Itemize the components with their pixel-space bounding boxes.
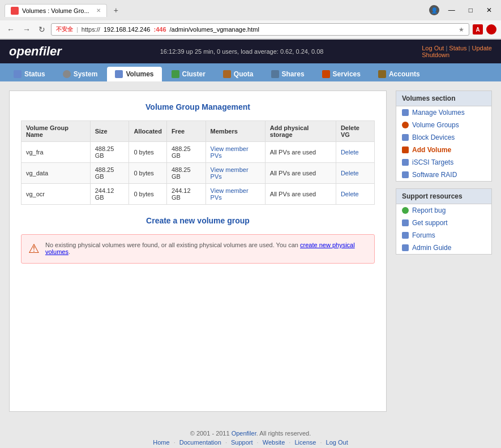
shutdown-link[interactable]: Shutdown: [422, 51, 449, 58]
col-header-delete: Delete VG: [336, 121, 374, 142]
sidebar-item-report-bug[interactable]: Report bug: [396, 204, 491, 217]
sidebar-item-get-support[interactable]: Get support: [396, 217, 491, 229]
vg-members-1[interactable]: View member PVs: [205, 163, 265, 184]
sidebar-item-block-devices[interactable]: Block Devices: [396, 131, 491, 144]
forward-button[interactable]: →: [20, 24, 33, 35]
sidebar-item-forums[interactable]: Forums: [396, 229, 491, 242]
footer-website-link[interactable]: Website: [263, 439, 285, 446]
extension-icon-red[interactable]: [486, 24, 496, 35]
tab-quota[interactable]: Quota: [215, 67, 262, 81]
footer-docs-link[interactable]: Documentation: [179, 439, 221, 446]
col-header-size: Size: [90, 121, 129, 142]
footer-links: Home · Documentation · Support · Website…: [9, 439, 492, 446]
extension-icon-a[interactable]: A: [473, 24, 483, 35]
col-header-free: Free: [166, 121, 205, 142]
footer-copyright: © 2001 - 2011 Openfiler. All rights rese…: [9, 430, 492, 437]
warning-message: No existing physical volumes were found,…: [45, 242, 367, 255]
view-members-link-0[interactable]: View member PVs: [211, 145, 249, 159]
sidebar-item-volume-groups[interactable]: Volume Groups: [396, 119, 491, 131]
tab-favicon: [11, 7, 19, 15]
view-members-link-1[interactable]: View member PVs: [211, 166, 249, 180]
footer-logout-link[interactable]: Log Out: [326, 439, 348, 446]
sidebar-volumes-title: Volumes section: [396, 91, 491, 106]
tab-cluster[interactable]: Cluster: [164, 67, 213, 81]
content-panel: Volume Group Management Volume Group Nam…: [9, 91, 387, 412]
vg-allocated-1: 0 bytes: [129, 163, 167, 184]
tab-accounts[interactable]: Accounts: [370, 67, 428, 81]
view-members-link-2[interactable]: View member PVs: [211, 187, 249, 201]
vg-name-0: vg_fra: [22, 142, 91, 163]
table-row: vg_ocr 244.12 GB 0 bytes 244.12 GB View …: [22, 184, 375, 205]
new-tab-button[interactable]: +: [109, 3, 123, 17]
delete-link-0[interactable]: Delete: [341, 149, 359, 156]
sidebar-admin-guide-label: Admin Guide: [412, 244, 451, 252]
app: openfiler 16:12:39 up 25 min, 0 users, l…: [0, 40, 501, 448]
footer-license-link[interactable]: License: [294, 439, 316, 446]
minimize-button[interactable]: —: [444, 5, 460, 15]
sidebar-software-raid-label: Software RAID: [412, 171, 457, 179]
sidebar-item-iscsi-targets[interactable]: iSCSI Targets: [396, 156, 491, 169]
vg-members-status-0: All PVs are used: [265, 142, 336, 163]
warning-text: No existing physical volumes were found,…: [45, 242, 300, 248]
tab-volumes-label: Volumes: [126, 70, 153, 78]
update-link[interactable]: Update: [472, 45, 492, 51]
sidebar-support-title: Support resources: [396, 189, 491, 204]
footer-home-link[interactable]: Home: [153, 439, 169, 446]
sidebar-item-admin-guide[interactable]: Admin Guide: [396, 242, 491, 254]
tab-system[interactable]: System: [55, 67, 106, 81]
tab-status[interactable]: Status: [6, 67, 53, 81]
table-row: vg_fra 488.25 GB 0 bytes 488.25 GB View …: [22, 142, 375, 163]
forums-icon: [402, 232, 409, 239]
app-header: openfiler 16:12:39 up 25 min, 0 users, l…: [0, 40, 501, 63]
browser-toolbar: ← → ↻ 不安全 | https://192.168.142.246:446/…: [0, 20, 501, 39]
sidebar-item-add-volume[interactable]: Add Volume: [396, 144, 491, 156]
main-content: Volume Group Management Volume Group Nam…: [0, 81, 501, 421]
vg-size-0: 488.25 GB: [90, 142, 129, 163]
tab-volumes[interactable]: Volumes: [107, 67, 161, 81]
vg-members-0[interactable]: View member PVs: [205, 142, 265, 163]
maximize-button[interactable]: □: [464, 5, 477, 15]
vg-members-status-2: All PVs are used: [265, 184, 336, 205]
tab-status-label: Status: [24, 70, 45, 78]
sidebar-block-devices-label: Block Devices: [412, 133, 455, 141]
delete-link-2[interactable]: Delete: [341, 191, 359, 197]
tab-services[interactable]: Services: [314, 67, 369, 81]
sidebar-item-manage-volumes[interactable]: Manage Volumes: [396, 106, 491, 119]
refresh-button[interactable]: ↻: [36, 24, 48, 35]
create-vg-title: Create a new volume group: [21, 216, 375, 225]
vg-members-2[interactable]: View member PVs: [205, 184, 265, 205]
report-bug-icon: [402, 207, 409, 214]
address-host: 192.168.142.246: [104, 26, 151, 33]
volume-groups-icon: [402, 122, 409, 128]
status-link[interactable]: Status: [449, 45, 466, 51]
footer: © 2001 - 2011 Openfiler. All rights rese…: [0, 421, 501, 448]
sidebar-support-section: Support resources Report bug Get support…: [396, 188, 492, 255]
sidebar-iscsi-targets-label: iSCSI Targets: [412, 158, 453, 166]
vg-delete-2[interactable]: Delete: [336, 184, 374, 205]
tab-title: Volumes : Volume Gro...: [22, 7, 89, 14]
footer-support-link[interactable]: Support: [231, 439, 253, 446]
logout-link[interactable]: Log Out: [422, 45, 444, 51]
delete-link-1[interactable]: Delete: [341, 170, 359, 176]
back-button[interactable]: ←: [5, 24, 17, 35]
header-system-info: 16:12:39 up 25 min, 0 users, load averag…: [160, 48, 324, 55]
col-header-allocated: Allocated: [129, 121, 167, 142]
tab-system-label: System: [74, 70, 98, 78]
vg-delete-1[interactable]: Delete: [336, 163, 374, 184]
tab-close-button[interactable]: ✕: [96, 7, 101, 14]
close-button[interactable]: ✕: [482, 5, 496, 15]
bookmark-icon[interactable]: ★: [459, 26, 464, 33]
create-vg-section: Create a new volume group ⚠ No existing …: [21, 216, 375, 264]
sidebar-item-software-raid[interactable]: Software RAID: [396, 169, 491, 181]
col-header-members: Members: [205, 121, 265, 142]
active-tab[interactable]: Volumes : Volume Gro... ✕: [5, 4, 107, 17]
address-bar[interactable]: 不安全 | https://192.168.142.246:446/admin/…: [51, 23, 469, 36]
vg-free-1: 488.25 GB: [166, 163, 205, 184]
footer-brand-link[interactable]: Openfiler: [232, 430, 256, 437]
vg-allocated-2: 0 bytes: [129, 184, 167, 205]
header-links: Log Out | Status | Update Shutdown: [422, 45, 492, 58]
sidebar-manage-volumes-label: Manage Volumes: [412, 109, 465, 117]
vg-delete-0[interactable]: Delete: [336, 142, 374, 163]
vg-free-2: 244.12 GB: [166, 184, 205, 205]
tab-shares[interactable]: Shares: [263, 67, 312, 81]
